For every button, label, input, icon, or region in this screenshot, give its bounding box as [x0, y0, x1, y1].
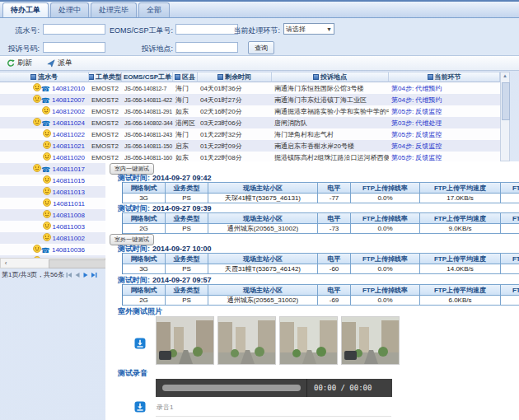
column-header-7[interactable]: 当前环节 — [389, 72, 500, 82]
test-photo-2[interactable] — [217, 316, 276, 365]
serial-link[interactable]: 140811011 — [53, 200, 85, 208]
scroll-up-icon[interactable]: ▲ — [501, 72, 509, 80]
horizontal-scroll-thumb[interactable] — [49, 259, 106, 268]
test-column-header: FTP上传掉线率 — [351, 182, 420, 193]
test-cell: 17.0KB/s — [420, 193, 501, 203]
serial-link[interactable]: 140811002 — [53, 235, 85, 242]
first-page-icon[interactable] — [66, 272, 72, 278]
test-table-data-row: 3GPS天霞31幢T(53675_46142)-600.0%14.0KB/s — [123, 264, 519, 274]
download-photos-icon[interactable] — [134, 338, 146, 349]
vertical-scroll-thumb[interactable] — [502, 82, 510, 120]
refresh-button[interactable]: 刷新 — [7, 58, 32, 68]
serial-input[interactable] — [43, 24, 105, 35]
table-row[interactable]: ☎140812010EMOST2JS-056-140812-7海门04天01时3… — [0, 82, 500, 94]
next-page-icon[interactable] — [82, 272, 89, 278]
tab-4[interactable]: 全部 — [138, 2, 170, 17]
smiley-icon — [43, 198, 51, 207]
table-row[interactable]: 140811022EMOST2JS-056-140811-243海门01天22时… — [0, 128, 500, 140]
serial-link[interactable]: 140811021 — [53, 142, 85, 150]
serial-link[interactable]: 140811003 — [53, 223, 85, 231]
table-row[interactable]: ☎140812007EMOST2JS-056-140811-422海门04天01… — [0, 94, 500, 105]
step-link[interactable]: 第04步: 代维预约 — [391, 96, 442, 105]
grid-header: 流水号工单类型EOMS/CSP工单号区县剩余时间投诉地点当前环节 — [0, 72, 500, 82]
test-photo-1[interactable] — [156, 316, 214, 365]
column-header-4[interactable]: 区县 — [173, 72, 198, 82]
cell: JS-056-140802-344 — [122, 117, 173, 128]
step-link[interactable]: 第05步: 反馈监控 — [391, 107, 442, 116]
serial-link[interactable]: 140811008 — [53, 212, 85, 219]
horizontal-scrollbar[interactable]: ‹ — [0, 258, 105, 268]
column-header-1[interactable]: 流水号 — [0, 72, 89, 82]
column-header-2[interactable]: 工单类型 — [89, 72, 122, 82]
download-recording-icon[interactable] — [134, 401, 146, 413]
smiley-icon — [43, 187, 51, 195]
test-column-header: 现场主站小区 — [208, 212, 318, 223]
step-link[interactable]: 第05步: 反馈监控 — [391, 153, 442, 162]
serial-link[interactable]: 140811017 — [53, 166, 85, 173]
serial-link[interactable]: 140811022 — [53, 131, 85, 138]
step-link[interactable]: 第04步: 代维预约 — [391, 84, 442, 93]
location-input[interactable] — [175, 42, 238, 53]
audio-time: 00:00 / 00:00 — [314, 384, 372, 392]
serial-cell: ☎140811024 — [0, 117, 89, 128]
step-link[interactable]: 第04步: 反馈监控 — [391, 142, 442, 151]
tab-3[interactable]: 处理完毕 — [91, 2, 137, 17]
step-link[interactable]: 第03步: 代维处理 — [391, 119, 442, 128]
smiley-icon — [33, 95, 41, 103]
test-time-value: 2014-09-27 09:42 — [152, 174, 212, 182]
test-column-header: 电平 — [318, 182, 351, 193]
test-column-header: 现场主站小区 — [208, 253, 318, 264]
last-page-icon[interactable] — [91, 272, 97, 278]
pagination-text: 第1页/共3页，共56条 — [2, 270, 64, 279]
serial-link[interactable]: 140811013 — [53, 189, 85, 196]
cell: 01天22时09分 — [198, 140, 272, 152]
dispatch-button[interactable]: 派单 — [47, 58, 72, 68]
audio-player[interactable]: 00:00 / 00:00 — [156, 379, 392, 397]
step-select[interactable]: 请选择 ▼ — [283, 23, 334, 35]
table-row[interactable]: 140811021EMOST2JS-056-140811-150启东01天22时… — [0, 140, 500, 152]
column-header-5[interactable]: 剩余时间 — [198, 72, 272, 82]
tab-1[interactable]: 待办工单 — [2, 2, 49, 17]
serial-cell: 140812002 — [0, 105, 89, 117]
scroll-left-icon[interactable]: ‹ — [1, 259, 11, 267]
step-cell: 第05步: 反馈监控 — [389, 128, 500, 140]
test-cell: PS — [166, 223, 208, 234]
step-link[interactable]: 第05步: 反馈监控 — [391, 130, 442, 139]
test-column-header: 现场主站小区 — [208, 284, 318, 295]
test-time-label: 测试时间: — [118, 276, 150, 284]
cell: EMOST2 — [89, 94, 122, 105]
table-row[interactable]: 140812002EMOST2JS-056-140811-291如东02天16时… — [0, 105, 500, 117]
serial-link[interactable]: 140812002 — [52, 108, 85, 115]
tab-2[interactable]: 处理中 — [50, 2, 89, 17]
serial-cell: ☎140812010 — [0, 82, 89, 94]
dispatch-label: 派单 — [58, 58, 72, 68]
serial-link[interactable]: 140812010 — [52, 85, 85, 92]
test-audio-label: 测试录音 — [118, 368, 147, 379]
table-row[interactable]: ☎140811024EMOST2JS-056-140802-344港闸区03天2… — [0, 117, 500, 128]
test-cell: PS — [166, 295, 208, 306]
test-column-header: 电平 — [318, 253, 351, 264]
column-header-3[interactable]: EOMS/CSP工单号 — [122, 72, 173, 82]
row-icons — [43, 175, 51, 185]
phone-icon: ☎ — [41, 96, 50, 105]
serial-link[interactable]: 140811020 — [53, 154, 85, 161]
test-photo-4[interactable] — [341, 316, 400, 365]
serial-link[interactable]: 140811015 — [53, 177, 85, 184]
sort-icon — [217, 74, 223, 80]
serial-link[interactable]: 140811024 — [53, 119, 85, 127]
cell: 海门犟角村和志气村 — [272, 128, 389, 140]
audio-progress-bar[interactable] — [162, 385, 301, 391]
serial-link[interactable]: 140810036 — [52, 246, 85, 254]
smiley-icon — [43, 222, 51, 230]
test-column-header: FTP上传平均速度 — [420, 253, 501, 264]
cell: JS-056-140811-243 — [122, 128, 173, 140]
prev-page-icon[interactable] — [74, 272, 81, 278]
column-header-6[interactable]: 投诉地点 — [272, 72, 389, 82]
test-column-header: 网络制式 — [123, 212, 166, 223]
phone-input[interactable] — [43, 42, 105, 53]
test-photo-3[interactable] — [279, 316, 338, 365]
recording-link[interactable]: 录音1 — [157, 403, 173, 412]
vertical-scrollbar[interactable]: ▲ — [500, 72, 510, 161]
serial-link[interactable]: 140812007 — [52, 96, 85, 104]
search-button[interactable]: 查询 — [248, 41, 274, 54]
